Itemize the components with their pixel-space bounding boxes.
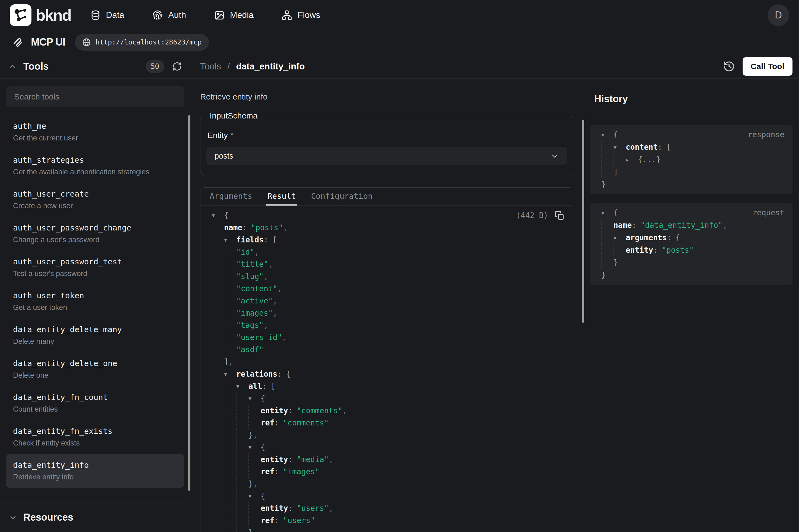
indent-guide [224,502,236,514]
sidebar-tool-item[interactable]: data_entity_fn_existsCheck if entity exi… [6,420,184,454]
history-title: History [594,93,628,104]
history-button[interactable] [723,60,735,72]
sidebar-tool-item[interactable]: auth_user_createCreate a new user [6,183,184,217]
expand-marker[interactable]: ▶ [626,153,638,166]
resources-section-header[interactable]: Resources [0,502,190,532]
entity-select[interactable]: posts [206,147,567,165]
tool-content: Retrieve entity info InputSchema Entity*… [190,79,585,532]
indent-guide [224,295,236,307]
mcp-url: http://localhost:28623/mcp [95,38,202,46]
tools-title: Tools [23,61,49,72]
content-scrollbar-thumb[interactable] [582,120,584,323]
indent-guide [236,514,248,527]
mcp-bar: MCP UI http://localhost:28623/mcp [0,31,799,54]
expand-marker[interactable]: ▼ [601,207,613,219]
json-string-value: "users" [283,514,315,527]
expand-marker[interactable]: ▼ [601,129,613,141]
mcp-ui-title: MCP UI [31,36,65,48]
refresh-tools-button[interactable] [172,61,182,71]
breadcrumb-tools[interactable]: Tools [200,61,221,71]
logo-wordmark: bknd [36,6,71,24]
entity-select-value: posts [214,152,233,160]
input-schema-fieldset: InputSchema Entity* posts [200,111,573,175]
json-string-value: "comments" [297,404,343,417]
history-entry[interactable]: ▼{requestname:"data_entity_info",▼argume… [590,203,793,285]
mcp-url-pill[interactable]: http://localhost:28623/mcp [75,34,209,51]
search-input[interactable] [6,86,184,107]
sidebar-tool-item[interactable]: auth_meGet the current user [6,115,184,149]
expand-marker[interactable]: ▼ [613,232,626,244]
json-key: ref [261,466,274,478]
sidebar-tool-item[interactable]: data_entity_delete_manyDelete many [6,318,184,352]
indent-guide [212,283,224,295]
bknd-logo[interactable]: bknd [10,4,71,26]
json-colon: : [274,417,279,429]
sidebar-tool-item[interactable]: data_entity_delete_oneDelete one [6,352,184,386]
indent-guide [224,246,236,258]
json-comma: , [253,429,258,441]
expand-marker[interactable]: ▼ [236,380,248,392]
required-marker: * [230,131,233,139]
json-colon: : [653,244,658,256]
main-panel: Tools / data_entity_info Call Tool Retri… [190,54,799,532]
indent-guide [212,527,224,532]
nav-item-media[interactable]: Media [214,10,253,20]
json-bracket: ] [224,356,229,368]
history-clock-icon [723,60,735,72]
expand-marker[interactable]: ▼ [212,209,224,222]
json-line: }, [209,429,565,441]
expand-marker[interactable]: ▼ [224,368,236,380]
copy-button[interactable] [555,211,565,221]
expand-marker[interactable]: ▼ [248,490,261,502]
expand-marker[interactable]: ▼ [613,141,626,153]
json-comma: , [273,307,278,319]
json-string-value: "slug" [236,270,264,283]
indent-guide [212,441,224,453]
nav-item-data[interactable]: Data [90,10,125,20]
tab-configuration[interactable]: Configuration [310,188,374,206]
json-line: entity:"users", [209,502,565,514]
sidebar-tool-item[interactable]: auth_strategiesGet the available authent… [6,149,184,183]
sidebar-tool-item[interactable]: data_entity_fn_countCount entities [6,386,184,420]
json-bracket: } [601,269,606,282]
tool-description: Delete many [13,337,177,346]
sidebar-tool-item[interactable]: auth_user_tokenGet a user token [6,284,184,318]
json-bracket: { [286,368,291,380]
nav-item-flows[interactable]: Flows [282,10,320,20]
expand-marker[interactable]: ▼ [248,441,261,453]
chevron-up-icon [8,62,17,71]
sidebar-tool-item[interactable]: auth_user_password_changeChange a user's… [6,217,184,250]
json-line: "users_id", [209,331,565,344]
sidebar-tool-item[interactable]: auth_user_password_testTest a user's pas… [6,250,184,284]
top-nav: bknd DataAuthMediaFlows D [0,0,799,31]
user-avatar[interactable]: D [767,4,789,26]
tool-description: Change a user's password [13,235,177,244]
history-entry[interactable]: ▼{response▼content:[▶{...}]} [590,125,793,194]
json-bracket: [ [666,141,671,153]
tool-name: data_entity_info [13,460,177,470]
json-bracket: } [248,429,253,441]
nav-item-auth[interactable]: Auth [152,10,186,20]
tab-arguments[interactable]: Arguments [209,188,253,206]
expand-marker[interactable]: ▼ [248,392,261,404]
expand-marker[interactable]: ▼ [224,234,236,246]
main-layout: Tools 50 auth_meGet the current userauth… [0,54,799,532]
result-card: ArgumentsResultConfiguration ▼{(442 B)na… [200,187,573,532]
indent-guide [236,404,248,417]
indent-guide [224,319,236,331]
json-key: entity [626,244,653,256]
json-line: ▼{request [598,207,784,219]
tool-name: data_entity_fn_count [13,393,177,402]
indent-guide [212,404,224,417]
indent-guide [224,417,236,429]
sidebar-scrollbar-thumb[interactable] [188,115,190,491]
json-line: ref:"comments" [209,417,565,429]
json-line: ▶{...} [598,153,784,166]
json-line: "images", [209,307,565,319]
json-comma: , [278,283,282,295]
sidebar-tool-item[interactable]: data_entity_infoRetrieve entity info [6,454,184,488]
collapse-tools-button[interactable] [8,62,17,71]
call-tool-button[interactable]: Call Tool [743,57,793,76]
indent-guide [212,331,224,344]
tab-result[interactable]: Result [266,188,297,206]
